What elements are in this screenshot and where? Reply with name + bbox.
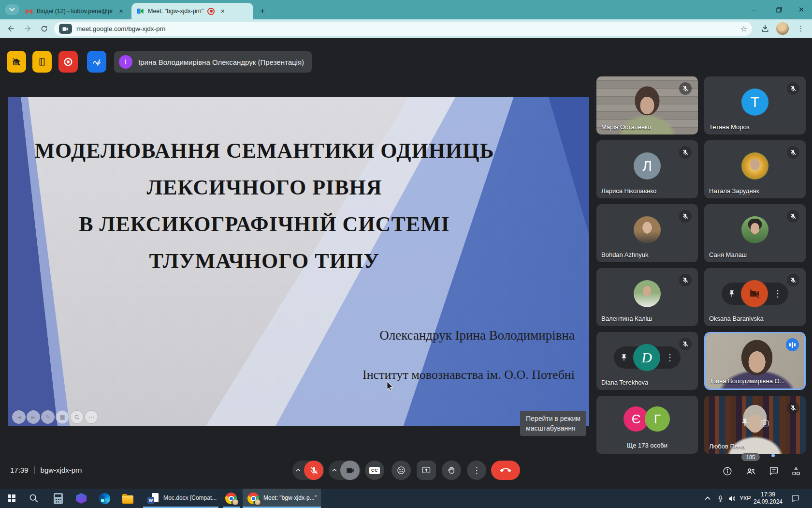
slide-title-line: ТЛУМАЧНОГО ТИПУ: [8, 243, 521, 280]
url-bar[interactable]: meet.google.com/bgw-xjdx-prn ☆: [54, 22, 752, 36]
participant-name: Bohdan Azhnyuk: [601, 251, 649, 258]
back-button[interactable]: [4, 21, 18, 36]
camera-button[interactable]: [340, 461, 360, 480]
participant-tile[interactable]: ⋮ Oksana Baranivska: [704, 268, 806, 326]
office-icon: [76, 493, 87, 504]
tab-gmail[interactable]: Вхідні (12) - liubov.pena@pnu.e ✕: [20, 3, 135, 19]
taskbar-chrome-meet-icon[interactable]: [247, 493, 259, 504]
browser-menu-button[interactable]: ⋮: [794, 21, 808, 36]
extension-building-button[interactable]: [7, 51, 26, 73]
speaking-indicator-icon: [786, 338, 799, 351]
slideshow-zoom-button[interactable]: [70, 410, 84, 424]
slide-affiliation: Інститут мовознавства ім. О.О. Потебні: [362, 368, 575, 382]
browser-profile-avatar[interactable]: [776, 22, 789, 35]
tray-expand-button[interactable]: [702, 493, 713, 504]
chrome-task-label[interactable]: Meet: "bgw-xjdx-p...": [263, 494, 317, 501]
reactions-button[interactable]: [392, 461, 411, 480]
taskbar-calculator-button[interactable]: [52, 493, 64, 504]
more-options-button[interactable]: ⋮: [467, 461, 486, 480]
participant-name: Diana Terekhova: [601, 379, 648, 386]
camera-effects-button[interactable]: [760, 418, 769, 428]
downloads-button[interactable]: [758, 21, 772, 36]
more-participants-tile[interactable]: Є Г Ще 173 особи: [596, 396, 698, 454]
divider: [34, 466, 35, 474]
raise-hand-button[interactable]: [442, 461, 461, 480]
activities-button[interactable]: [790, 465, 802, 478]
start-button[interactable]: [6, 493, 17, 504]
tab-meet[interactable]: Meet: "bgw-xjdx-prn" ✕: [131, 3, 253, 19]
participant-tile[interactable]: Наталя Зарудняк: [704, 140, 806, 198]
participant-tile[interactable]: Т Тетяна Мороз: [704, 76, 806, 134]
pin-button[interactable]: [740, 418, 749, 428]
tray-clock[interactable]: 17:39 24.09.2024: [751, 491, 785, 506]
present-button[interactable]: [417, 461, 436, 480]
window-minimize-button[interactable]: –: [744, 3, 764, 16]
extension-annotate-button[interactable]: [87, 51, 106, 73]
participant-tile[interactable]: D ⋮ Diana Terekhova: [596, 332, 698, 390]
camera-in-use-indicator[interactable]: [59, 24, 72, 34]
slideshow-prev-button[interactable]: ◄: [12, 410, 26, 424]
tab-title: Вхідні (12) - liubov.pena@pnu.e: [37, 8, 113, 15]
task-underline: [223, 507, 240, 508]
taskbar-word-button[interactable]: W: [147, 493, 159, 504]
people-panel-button[interactable]: [744, 465, 757, 478]
tile-more-button[interactable]: ⋮: [666, 352, 674, 362]
taskbar-chrome-button[interactable]: [225, 493, 237, 504]
tab-close-button[interactable]: ✕: [117, 7, 125, 15]
extension-record-button[interactable]: [58, 51, 78, 73]
slideshow-more-button[interactable]: ⋯: [85, 410, 98, 424]
slideshow-pen-button[interactable]: ✎: [41, 410, 55, 424]
bookmark-star-icon[interactable]: ☆: [740, 24, 747, 33]
presenter-avatar: І: [119, 55, 132, 69]
mic-muted-icon: [787, 82, 799, 95]
tray-language[interactable]: УКР: [740, 495, 751, 502]
participant-tile-active-speaker[interactable]: Ірина Володимирівна О...: [704, 332, 806, 390]
taskbar-search-button[interactable]: [28, 493, 40, 504]
screen: Вхідні (12) - liubov.pena@pnu.e ✕ Meet: …: [0, 0, 812, 508]
slideshow-slides-button[interactable]: ▦: [56, 410, 69, 424]
tooltip-text: масштабування: [526, 423, 580, 433]
notification-center-button[interactable]: [790, 493, 801, 504]
door-icon: [38, 58, 46, 66]
participant-tile[interactable]: Bohdan Azhnyuk: [596, 204, 698, 262]
tray-volume-icon[interactable]: [726, 493, 738, 504]
participant-name: Тетяна Мороз: [709, 123, 750, 131]
taskbar-edge-button[interactable]: [99, 493, 110, 504]
chat-panel-button[interactable]: [768, 465, 780, 478]
window-close-button[interactable]: ✕: [792, 3, 811, 16]
participant-tile[interactable]: Саня Малаш: [704, 204, 806, 262]
new-tab-button[interactable]: +: [256, 5, 269, 17]
participant-tile[interactable]: Марія Остапенко: [596, 76, 698, 134]
forward-button[interactable]: [20, 21, 35, 36]
slideshow-toolbar: ◄ ► ✎ ▦ ⋯: [12, 410, 98, 424]
window-restore-button[interactable]: [769, 3, 789, 16]
taskbar-explorer-button[interactable]: [122, 493, 133, 504]
reload-button[interactable]: [37, 21, 51, 36]
folder-icon: [122, 495, 133, 504]
slideshow-next-button[interactable]: ►: [27, 410, 40, 424]
extension-door-button[interactable]: [32, 51, 52, 73]
mic-options-chevron[interactable]: [292, 469, 304, 472]
mic-muted-icon: [787, 402, 799, 414]
camera-options-chevron[interactable]: [329, 469, 340, 472]
word-task-label[interactable]: Моє.docx [Compat...: [163, 494, 217, 501]
chat-notification-dot: [771, 454, 775, 457]
zoom-mode-tooltip: Перейти в режим масштабування: [520, 411, 586, 436]
pin-button[interactable]: [728, 290, 736, 298]
participant-tile-self[interactable]: Любов Пена: [704, 396, 806, 454]
participant-tile[interactable]: Валентина Каліш: [596, 268, 698, 326]
tile-more-button[interactable]: ⋮: [773, 288, 782, 299]
tab-search-button[interactable]: [5, 4, 19, 15]
mic-muted-button[interactable]: [304, 461, 323, 480]
end-call-button[interactable]: [491, 461, 520, 480]
participant-avatar: Г: [645, 406, 670, 432]
windows-logo-icon: [8, 494, 15, 502]
tab-close-button[interactable]: ✕: [218, 7, 227, 15]
captions-button[interactable]: CC: [365, 461, 384, 480]
pin-button[interactable]: [620, 354, 628, 361]
participant-tile[interactable]: Л Лариса Ніколаєнко: [596, 140, 698, 198]
taskbar-office-button[interactable]: [75, 493, 87, 504]
mouse-cursor: [386, 381, 394, 392]
tray-mic-icon[interactable]: [714, 493, 726, 504]
meeting-details-button[interactable]: [721, 465, 734, 478]
